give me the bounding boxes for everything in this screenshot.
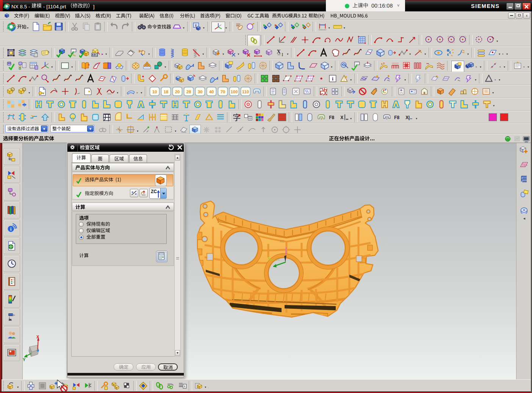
- svg-text:100: 100: [231, 90, 238, 94]
- svg-text:I: I: [282, 52, 283, 57]
- svg-text:X: X: [340, 115, 343, 120]
- svg-text:F8: F8: [394, 115, 399, 120]
- svg-text:XC: XC: [280, 239, 285, 243]
- svg-text:i: i: [332, 76, 333, 82]
- svg-text:i: i: [195, 23, 196, 27]
- svg-text:18: 18: [164, 90, 169, 94]
- svg-text:ABC: ABC: [92, 53, 97, 56]
- svg-text:X|..: X|..: [405, 115, 412, 120]
- svg-text:30: 30: [198, 90, 203, 94]
- svg-text:70: 70: [221, 90, 225, 94]
- svg-text:40: 40: [209, 90, 214, 94]
- svg-text:110: 110: [242, 90, 249, 94]
- svg-text:10: 10: [152, 90, 157, 94]
- svg-text:X: X: [36, 335, 39, 339]
- svg-text:F8: F8: [329, 115, 334, 120]
- svg-text:Y: Y: [23, 357, 26, 362]
- svg-text:X: X: [277, 49, 280, 55]
- svg-text:20: 20: [175, 90, 180, 94]
- svg-text:28: 28: [186, 90, 191, 94]
- svg-text:ZC: ZC: [276, 258, 280, 261]
